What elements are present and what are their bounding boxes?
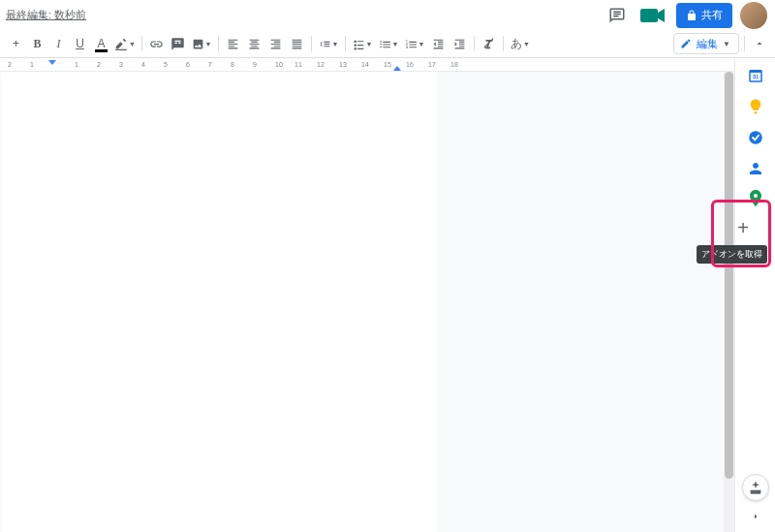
side-panel: 31 — [734, 58, 775, 532]
get-addons-button[interactable]: + — [728, 213, 758, 242]
addons-tooltip: アドオンを取得 — [697, 245, 767, 264]
underline-button[interactable]: U — [70, 34, 90, 54]
svg-text:31: 31 — [752, 74, 759, 79]
tasks-icon[interactable] — [746, 128, 765, 147]
last-edit-link[interactable]: 最終編集: 数秒前 — [6, 8, 86, 22]
header-actions: 共有 — [604, 2, 767, 29]
scrollbar-thumb[interactable] — [725, 72, 733, 479]
ruler-number: 5 — [164, 61, 168, 68]
share-label: 共有 — [701, 8, 723, 22]
ruler-number: 11 — [294, 61, 302, 68]
ruler-number: 2 — [8, 61, 12, 68]
toolbar-right: 編集 ▼ — [673, 33, 769, 54]
ruler-number: 18 — [450, 61, 458, 68]
align-center-button[interactable] — [244, 34, 264, 54]
horizontal-ruler[interactable]: 21123456789101112131415161718 — [0, 58, 734, 72]
separator — [474, 36, 475, 51]
separator — [503, 36, 504, 51]
keep-icon[interactable] — [746, 97, 765, 116]
svg-rect-6 — [750, 490, 760, 494]
header-bar: 最終編集: 数秒前 共有 — [0, 0, 775, 30]
toolbar: + B I U A ▼ ▼ ▼ ▼ ▼ ▼ あ▼ 編集 ▼ — [0, 30, 775, 58]
vertical-scrollbar[interactable] — [724, 72, 734, 532]
separator — [345, 36, 346, 51]
indent-decrease-button[interactable] — [428, 34, 449, 54]
align-right-button[interactable] — [265, 34, 286, 54]
italic-button[interactable]: I — [48, 34, 69, 54]
avatar[interactable] — [740, 2, 767, 29]
ruler-number: 10 — [275, 61, 283, 68]
share-button[interactable]: 共有 — [676, 3, 732, 28]
ruler-number: 15 — [384, 61, 391, 68]
bullet-list-button[interactable]: ▼ — [376, 34, 401, 54]
numbered-list-button[interactable]: ▼ — [402, 34, 427, 54]
main-area: 21123456789101112131415161718 31 — [0, 58, 775, 532]
side-panel-bottom — [742, 474, 769, 526]
document-area: 21123456789101112131415161718 — [0, 58, 734, 532]
ruler-number: 4 — [141, 61, 145, 68]
side-panel-collapse-button[interactable] — [746, 507, 765, 526]
ruler-number: 9 — [253, 61, 257, 68]
ruler-number: 16 — [406, 61, 414, 68]
ruler-indent-end[interactable] — [393, 66, 401, 71]
ruler-number: 1 — [30, 61, 34, 68]
bold-button[interactable]: B — [27, 34, 47, 54]
ruler-number: 7 — [208, 61, 212, 68]
line-spacing-button[interactable]: ▼ — [316, 34, 341, 54]
meet-button[interactable] — [637, 4, 668, 27]
ruler-number: 3 — [119, 61, 123, 68]
explore-button[interactable] — [742, 474, 769, 501]
edit-mode-label: 編集 — [697, 37, 718, 51]
pencil-icon — [680, 38, 692, 49]
text-color-button[interactable]: A — [91, 34, 111, 54]
separator — [744, 36, 745, 51]
ruler-number: 17 — [428, 61, 436, 68]
indent-increase-button[interactable] — [450, 34, 470, 54]
ruler-number: 1 — [75, 61, 78, 68]
separator — [141, 36, 142, 51]
ruler-number: 14 — [361, 61, 369, 68]
separator — [311, 36, 312, 51]
ruler-number: 12 — [317, 61, 325, 68]
ruler-number: 6 — [186, 61, 190, 68]
calendar-icon[interactable]: 31 — [746, 66, 765, 85]
image-button[interactable]: ▼ — [189, 34, 214, 54]
collapse-toolbar-button[interactable] — [750, 33, 769, 54]
comment-button[interactable] — [168, 34, 188, 54]
contacts-icon[interactable] — [746, 159, 765, 178]
ruler-indent-start[interactable] — [48, 60, 56, 65]
ruler-number: 2 — [97, 61, 101, 68]
input-mode-button[interactable]: あ▼ — [508, 34, 533, 54]
ruler-number: 8 — [231, 61, 234, 68]
add-button[interactable]: + — [6, 34, 26, 54]
highlight-color-button[interactable]: ▼ — [112, 34, 138, 54]
clear-formatting-button[interactable] — [479, 34, 499, 54]
checklist-button[interactable]: ▼ — [350, 34, 375, 54]
ruler-number: 13 — [339, 61, 347, 68]
document-page[interactable] — [2, 72, 438, 532]
lock-icon — [686, 10, 698, 21]
link-button[interactable] — [146, 34, 167, 54]
align-left-button[interactable] — [223, 34, 243, 54]
align-justify-button[interactable] — [287, 34, 307, 54]
maps-icon[interactable] — [746, 190, 765, 209]
comments-icon[interactable] — [604, 3, 630, 28]
toolbar-left: + B I U A ▼ ▼ ▼ ▼ ▼ ▼ あ▼ — [6, 34, 533, 54]
edit-mode-button[interactable]: 編集 ▼ — [673, 33, 739, 54]
separator — [218, 36, 219, 51]
